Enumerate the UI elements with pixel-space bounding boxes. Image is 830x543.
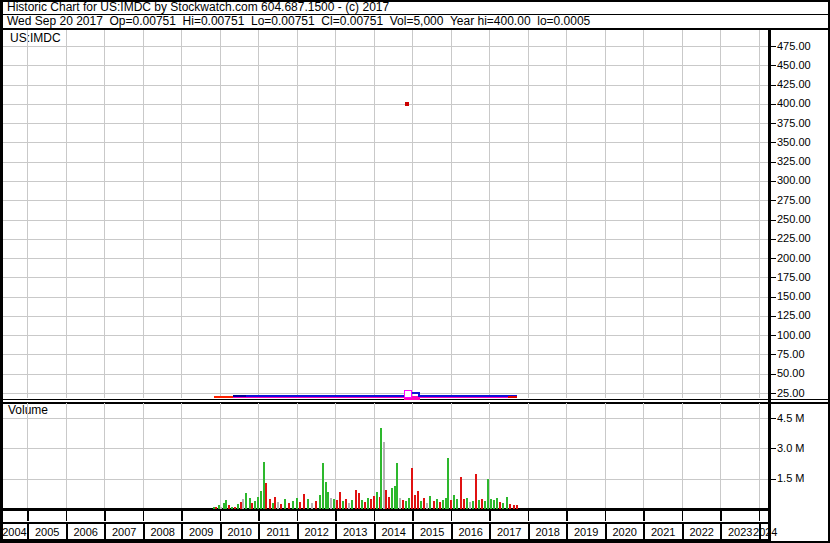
volume-bar — [303, 494, 305, 509]
year-tick — [258, 511, 260, 521]
volume-bar — [487, 479, 489, 509]
price-tick-label: 275.00 — [777, 194, 811, 207]
volume-bar — [249, 498, 251, 509]
volume-bar — [383, 442, 385, 509]
year-cell: 2004 — [0, 522, 27, 541]
volume-bar — [284, 499, 286, 509]
volume-bar — [478, 500, 480, 509]
open-price-box — [404, 390, 412, 398]
volume-bar — [296, 498, 298, 509]
year-cell: 2020 — [605, 522, 644, 541]
year-tick — [451, 511, 453, 521]
price-axis-tick — [770, 258, 776, 259]
volume-bar — [396, 463, 398, 509]
year-cell: 2012 — [297, 522, 336, 541]
year-cell: 2007 — [104, 522, 143, 541]
volume-bar — [299, 502, 301, 509]
year-tick — [104, 511, 106, 521]
price-tick-label: 300.00 — [777, 174, 811, 187]
price-line-segment — [246, 395, 403, 397]
price-tick-label: 150.00 — [777, 290, 811, 303]
volume-bar — [351, 500, 353, 509]
price-grid-hline — [3, 335, 768, 336]
price-axis-tick — [770, 85, 776, 86]
year-cell: 2011 — [258, 522, 297, 541]
price-grid-hline — [3, 104, 768, 105]
year-cell: 2006 — [66, 522, 105, 541]
price-tick-label: 25.00 — [777, 387, 805, 400]
volume-bar — [225, 500, 227, 509]
volume-bar — [325, 482, 327, 509]
price-axis-tick — [770, 104, 776, 105]
volume-bar — [251, 503, 253, 509]
title-bar: Historic Chart for US:IMDC by Stockwatch… — [0, 1, 830, 14]
year-tick — [528, 511, 530, 521]
price-tick-label: 400.00 — [777, 97, 811, 110]
price-line-segment — [508, 396, 517, 398]
price-grid-hline — [3, 374, 768, 375]
year-cell: 2014 — [374, 522, 413, 541]
volume-bar — [472, 501, 474, 509]
axis-gutter-border — [768, 28, 771, 541]
volume-bar — [376, 492, 378, 509]
year-cell: 2019 — [566, 522, 605, 541]
volume-bar — [213, 507, 215, 509]
volume-bar — [499, 502, 501, 509]
price-line-segment — [420, 395, 517, 397]
volume-bar — [385, 490, 387, 509]
volume-bar — [272, 503, 274, 509]
price-grid-hline — [3, 46, 768, 47]
volume-bar — [280, 504, 282, 509]
price-axis-tick — [770, 239, 776, 240]
volume-bar — [429, 496, 431, 509]
volume-axis-tick — [770, 448, 776, 449]
volume-bar — [358, 493, 360, 509]
year-cell: 2018 — [528, 522, 567, 541]
volume-bar — [463, 499, 465, 509]
quote-bar: Wed Sep 20 2017 Op=0.00751 Hi=0.00751 Lo… — [0, 15, 830, 28]
price-axis-tick — [770, 297, 776, 298]
volume-bar — [450, 500, 452, 509]
volume-bar — [242, 499, 244, 509]
volume-bar — [319, 495, 321, 509]
volume-bar — [254, 501, 256, 509]
volume-bar — [456, 499, 458, 509]
volume-bar — [466, 498, 468, 509]
volume-bar — [436, 499, 438, 509]
price-axis-tick — [770, 316, 776, 317]
volume-bar — [245, 493, 247, 509]
price-line-segment — [233, 395, 246, 397]
year-cell: 2009 — [181, 522, 220, 541]
year-tick — [682, 511, 684, 521]
price-grid-hline — [3, 65, 768, 66]
volume-bar — [405, 501, 407, 509]
volume-bar — [339, 492, 341, 509]
price-tick-label: 350.00 — [777, 136, 811, 149]
volume-bar — [218, 505, 220, 509]
volume-bar — [361, 500, 363, 509]
price-grid-hline — [3, 277, 768, 278]
price-grid-hline — [3, 220, 768, 221]
volume-bar — [330, 498, 332, 509]
volume-bar — [234, 507, 236, 509]
year-cell: 2013 — [335, 522, 374, 541]
price-axis-tick — [770, 277, 776, 278]
volume-bar — [402, 500, 404, 509]
volume-bar — [391, 488, 393, 509]
price-grid-hline — [3, 200, 768, 201]
volume-bar — [274, 497, 276, 509]
volume-bar — [490, 499, 492, 509]
price-tick-label: 425.00 — [777, 78, 811, 91]
volume-tick-label: 4.5 M — [777, 412, 805, 425]
volume-bar — [265, 483, 267, 509]
year-cell: 2021 — [643, 522, 682, 541]
year-cell: 2010 — [220, 522, 259, 541]
volume-bar — [516, 505, 518, 509]
volume-bar — [513, 505, 515, 509]
volume-bar — [388, 497, 390, 509]
price-axis-tick — [770, 46, 776, 47]
volume-bar — [263, 462, 265, 509]
volume-bar — [231, 507, 233, 509]
price-tick-label: 50.00 — [777, 367, 805, 380]
volume-bar — [342, 501, 344, 509]
